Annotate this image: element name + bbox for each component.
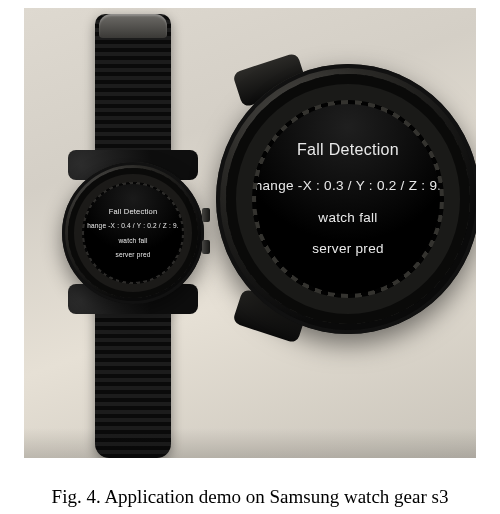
watch-buckle	[99, 14, 167, 38]
watch-button-lower	[202, 240, 210, 254]
app-title: Fall Detection	[297, 142, 399, 158]
figure-caption: Fig. 4. Application demo on Samsung watc…	[0, 486, 500, 508]
watch-case-left: Fall Detection hange -X : 0.4 / Y : 0.2 …	[62, 162, 204, 304]
sensor-readout: hange -X : 0.3 / Y : 0.2 / Z : 9.	[256, 179, 440, 193]
watch-screen-right: Fall Detection hange -X : 0.3 / Y : 0.2 …	[256, 104, 440, 294]
server-pred-label: server pred	[312, 242, 384, 256]
app-title: Fall Detection	[109, 208, 158, 216]
watch-button-upper	[202, 208, 210, 222]
watch-fall-label: watch fall	[318, 211, 377, 225]
watch-right-inset: Fall Detection hange -X : 0.3 / Y : 0.2 …	[216, 64, 476, 334]
watch-left: Fall Detection hange -X : 0.4 / Y : 0.2 …	[40, 14, 226, 454]
watch-strap-bottom	[95, 292, 171, 458]
sensor-readout: hange -X : 0.4 / Y : 0.2 / Z : 9.	[87, 223, 179, 230]
watch-fall-label: watch fall	[118, 238, 147, 245]
figure-photo: Fall Detection hange -X : 0.4 / Y : 0.2 …	[24, 8, 476, 458]
server-pred-label: server pred	[115, 252, 150, 259]
watch-screen-left: Fall Detection hange -X : 0.4 / Y : 0.2 …	[84, 184, 182, 282]
